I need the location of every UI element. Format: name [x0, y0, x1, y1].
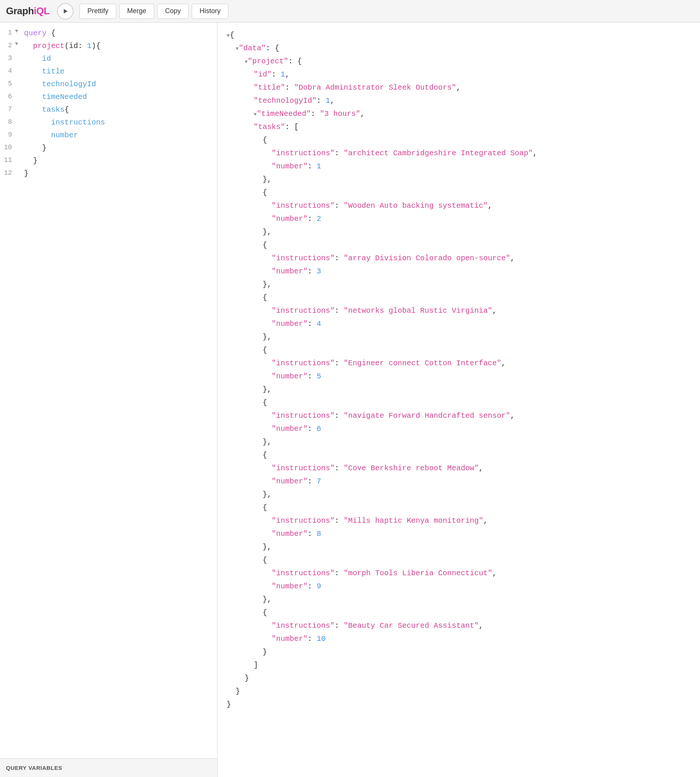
line-content-11: }: [23, 155, 217, 167]
no-arrow-12: [15, 167, 23, 176]
line-content-8: instructions: [23, 116, 217, 129]
no-arrow-3: [15, 53, 23, 62]
id-value: 1: [87, 42, 92, 50]
logo-ql: iQL: [34, 5, 50, 17]
copy-button[interactable]: Copy: [157, 4, 189, 19]
collapse-arrow-1[interactable]: ▼: [15, 27, 23, 36]
line-num-5: 5: [0, 78, 15, 90]
app-logo: GraphiQL: [6, 5, 50, 17]
line-num-1: 1: [0, 27, 15, 38]
query-line-10: 10 }: [0, 142, 217, 155]
query-line-6: 6 timeNeeded: [0, 91, 217, 103]
query-line-7: 7 tasks{: [0, 103, 217, 116]
query-line-12: 12 }: [0, 167, 217, 180]
field-id: id: [42, 54, 51, 63]
line-content-9: number: [23, 129, 217, 142]
field-time-needed: timeNeeded: [42, 93, 87, 101]
response-panel[interactable]: ▼{ ▼"data": { ▼"project": { "id": 1, "ti…: [218, 23, 700, 777]
main-layout: 1 ▼ query { 2 ▼ project(id: 1){ 3: [0, 23, 700, 777]
query-line-3: 3 id: [0, 53, 217, 65]
no-arrow-10: [15, 142, 23, 151]
no-arrow-8: [15, 116, 23, 125]
no-arrow-6: [15, 91, 23, 100]
field-technology-id: technologyId: [42, 80, 96, 88]
no-arrow-5: [15, 78, 23, 87]
query-line-1: 1 ▼ query {: [0, 27, 217, 40]
query-editor[interactable]: 1 ▼ query { 2 ▼ project(id: 1){ 3: [0, 23, 217, 758]
line-content-7: tasks{: [23, 103, 217, 116]
query-variables-label: QUERY VARIABLES: [6, 765, 62, 771]
line-num-6: 6: [0, 91, 15, 102]
line-content-12: }: [23, 167, 217, 180]
line-num-7: 7: [0, 103, 15, 115]
prettify-button[interactable]: Prettify: [80, 4, 116, 19]
line-num-3: 3: [0, 53, 15, 64]
line-content-5: technologyId: [23, 78, 217, 91]
keyword-project: project: [33, 42, 65, 50]
keyword-query: query: [24, 29, 47, 38]
line-num-10: 10: [0, 142, 15, 153]
line-num-12: 12: [0, 167, 15, 179]
field-tasks: tasks: [42, 105, 65, 114]
line-num-11: 11: [0, 155, 15, 166]
field-instructions: instructions: [51, 118, 105, 127]
line-content-10: }: [23, 142, 217, 155]
line-content-6: timeNeeded: [23, 91, 217, 103]
paren-close: ){: [92, 42, 100, 50]
line-num-9: 9: [0, 129, 15, 141]
no-arrow-7: [15, 103, 23, 113]
svg-marker-0: [64, 9, 68, 13]
history-button[interactable]: History: [192, 4, 228, 19]
brace-open-1: {: [51, 29, 55, 38]
paren: (id:: [65, 42, 87, 50]
run-icon: [62, 8, 68, 14]
merge-button[interactable]: Merge: [119, 4, 154, 19]
line-content-2: project(id: 1){: [23, 40, 217, 53]
line-content-3: id: [23, 53, 217, 65]
field-title: title: [42, 67, 65, 76]
no-arrow-11: [15, 155, 23, 163]
query-line-5: 5 technologyId: [0, 78, 217, 91]
query-line-8: 8 instructions: [0, 116, 217, 129]
run-button[interactable]: [57, 3, 73, 20]
query-line-4: 4 title: [0, 65, 217, 78]
collapse-arrow-2[interactable]: ▼: [15, 40, 23, 49]
line-num-2: 2: [0, 40, 15, 52]
line-num-8: 8: [0, 116, 15, 128]
query-panel: 1 ▼ query { 2 ▼ project(id: 1){ 3: [0, 23, 218, 777]
query-line-11: 11 }: [0, 155, 217, 167]
toolbar: GraphiQL Prettify Merge Copy History: [0, 0, 700, 23]
line-num-4: 4: [0, 65, 15, 77]
query-variables-bar[interactable]: QUERY VARIABLES: [0, 758, 217, 777]
query-line-9: 9 number: [0, 129, 217, 142]
line-content-4: title: [23, 65, 217, 78]
query-line-2: 2 ▼ project(id: 1){: [0, 40, 217, 53]
field-number: number: [51, 131, 78, 140]
logo-graph: Graph: [6, 5, 34, 17]
response-content: ▼{ ▼"data": { ▼"project": { "id": 1, "ti…: [227, 28, 691, 711]
no-arrow-4: [15, 65, 23, 74]
line-content-1: query {: [23, 27, 217, 40]
no-arrow-9: [15, 129, 23, 138]
